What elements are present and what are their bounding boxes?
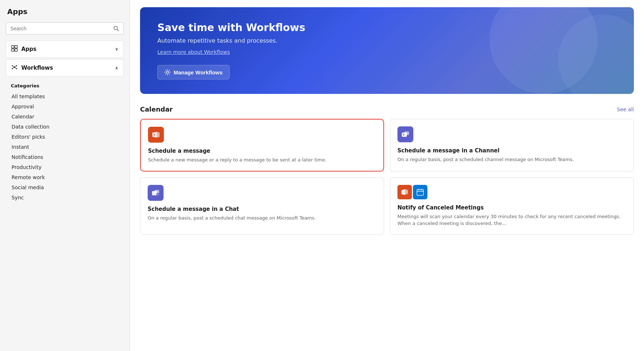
teams-chat-icon [151, 188, 160, 198]
svg-rect-5 [15, 49, 17, 51]
manage-workflows-label: Manage Workflows [174, 69, 223, 75]
category-all-templates[interactable]: All templates [11, 91, 119, 101]
apps-nav-icon [11, 45, 18, 53]
category-data-collection[interactable]: Data collection [11, 122, 119, 132]
category-instant[interactable]: Instant [11, 142, 119, 152]
categories-title: Categories [11, 83, 119, 88]
card-notify-cancelled[interactable]: Notify of Canceled Meetings Meetings wil… [390, 177, 634, 235]
svg-rect-4 [12, 49, 14, 51]
card-schedule-channel-desc: On a regular basis, post a scheduled cha… [397, 156, 626, 163]
cards-grid: Schedule a message Schedule a new messag… [140, 119, 634, 235]
category-remote-work[interactable]: Remote work [11, 172, 119, 182]
dual-icon-container [397, 185, 626, 199]
nav-item-apps[interactable]: Apps ∨ [6, 40, 124, 58]
card-schedule-message-desc: Schedule a new message or a reply to a m… [148, 156, 376, 164]
office-icon [148, 127, 164, 143]
svg-line-14 [14, 67, 17, 69]
apps-chevron-icon: ∨ [115, 47, 118, 52]
calendar-section-title: Calendar [140, 105, 173, 113]
svg-line-12 [14, 66, 17, 67]
svg-line-11 [12, 66, 14, 67]
apps-nav-label: Apps [21, 46, 36, 52]
card-schedule-channel-title: Schedule a message in a Channel [397, 147, 626, 154]
office-icon-cancelled [397, 185, 412, 199]
teams-icon-chat [148, 185, 164, 201]
svg-rect-3 [15, 46, 17, 48]
svg-point-15 [166, 71, 169, 73]
card-schedule-channel[interactable]: T Schedule a message in a Channel On a r… [390, 119, 634, 172]
card-schedule-message-title: Schedule a message [148, 148, 376, 154]
workflows-chevron-icon: ∧ [115, 65, 118, 70]
office-logo-small-icon [401, 188, 409, 196]
search-box[interactable] [6, 22, 124, 35]
svg-line-13 [12, 67, 14, 69]
svg-rect-20 [155, 190, 159, 194]
category-productivity[interactable]: Productivity [11, 162, 119, 172]
hero-banner: Save time with Workflows Automate repeti… [140, 7, 634, 94]
search-input[interactable] [10, 26, 110, 31]
teams-icon-channel: T [397, 126, 413, 142]
calendar-section-header: Calendar See all [140, 105, 634, 113]
sidebar-apps-title: Apps [6, 7, 124, 16]
svg-rect-2 [12, 46, 14, 48]
sidebar: Apps Apps ∨ [0, 0, 130, 351]
search-icon [113, 26, 119, 31]
svg-rect-23 [417, 190, 423, 195]
svg-point-22 [157, 193, 159, 195]
svg-text:T: T [403, 134, 405, 136]
calendar-icon-cancelled [413, 185, 427, 199]
gear-icon [164, 69, 171, 75]
see-all-link[interactable]: See all [617, 107, 634, 112]
workflows-nav-label: Workflows [21, 65, 53, 71]
office-logo-icon [152, 130, 160, 139]
card-schedule-chat-desc: On a regular basis, post a scheduled cha… [148, 214, 377, 222]
workflows-nav-icon [11, 64, 18, 72]
card-schedule-chat-title: Schedule a message in a Chat [148, 206, 377, 212]
category-calendar[interactable]: Calendar [11, 112, 119, 122]
card-schedule-message[interactable]: Schedule a message Schedule a new messag… [140, 119, 384, 172]
manage-workflows-button[interactable]: Manage Workflows [157, 65, 230, 79]
categories-section: Categories All templates Approval Calend… [6, 79, 124, 206]
calendar-logo-icon [416, 188, 424, 196]
nav-item-workflows[interactable]: Workflows ∧ [6, 59, 124, 77]
card-notify-cancelled-title: Notify of Canceled Meetings [397, 204, 626, 211]
card-schedule-chat[interactable]: Schedule a message in a Chat On a regula… [140, 177, 384, 235]
main-content: Save time with Workflows Automate repeti… [130, 0, 644, 351]
svg-line-1 [117, 30, 119, 31]
category-social-media[interactable]: Social media [11, 182, 119, 192]
card-notify-cancelled-desc: Meetings will scan your calendar every 3… [397, 213, 626, 227]
category-editors-picks[interactable]: Editors' picks [11, 132, 119, 142]
category-sync[interactable]: Sync [11, 192, 119, 203]
hero-learn-more-link[interactable]: Learn more about Workflows [157, 49, 617, 55]
category-approval[interactable]: Approval [11, 101, 119, 112]
category-notifications[interactable]: Notifications [11, 152, 119, 162]
hero-title: Save time with Workflows [157, 22, 617, 34]
hero-subtitle: Automate repetitive tasks and processes. [157, 37, 617, 44]
teams-logo-icon: T [401, 130, 410, 139]
nav-section: Apps ∨ [6, 40, 124, 77]
svg-rect-17 [404, 131, 409, 135]
